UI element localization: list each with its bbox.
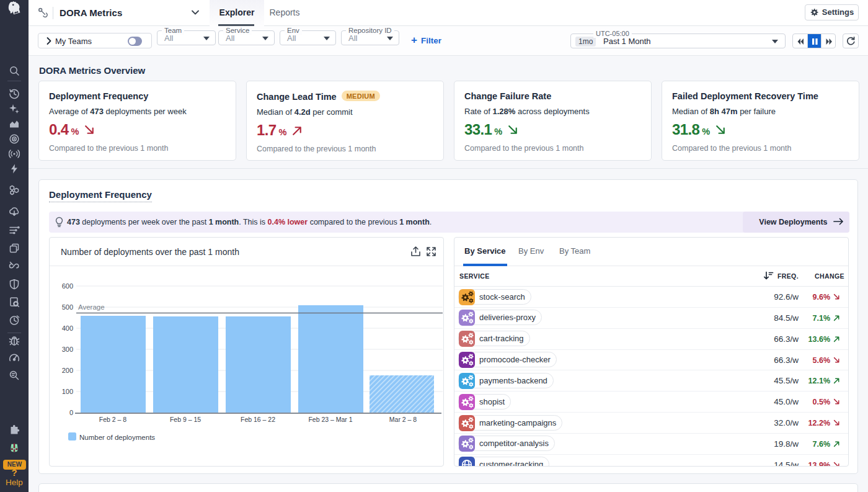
svg-text:Average: Average xyxy=(78,303,105,311)
svg-text:0: 0 xyxy=(69,409,73,416)
svg-text:200: 200 xyxy=(62,367,73,374)
svg-text:Number of deployments: Number of deployments xyxy=(79,434,155,441)
svg-text:Feb 2 – 8: Feb 2 – 8 xyxy=(99,416,127,423)
svg-text:500: 500 xyxy=(62,303,73,311)
svg-text:600: 600 xyxy=(62,282,73,290)
svg-text:300: 300 xyxy=(62,346,73,353)
svg-text:400: 400 xyxy=(62,324,73,332)
svg-text:100: 100 xyxy=(62,388,73,395)
svg-text:Feb 9 – 15: Feb 9 – 15 xyxy=(170,416,201,423)
svg-text:Mar 2 – 8: Mar 2 – 8 xyxy=(389,416,417,423)
svg-text:Feb 23 – Mar 1: Feb 23 – Mar 1 xyxy=(308,416,352,423)
svg-text:Feb 16 – 22: Feb 16 – 22 xyxy=(241,416,275,423)
